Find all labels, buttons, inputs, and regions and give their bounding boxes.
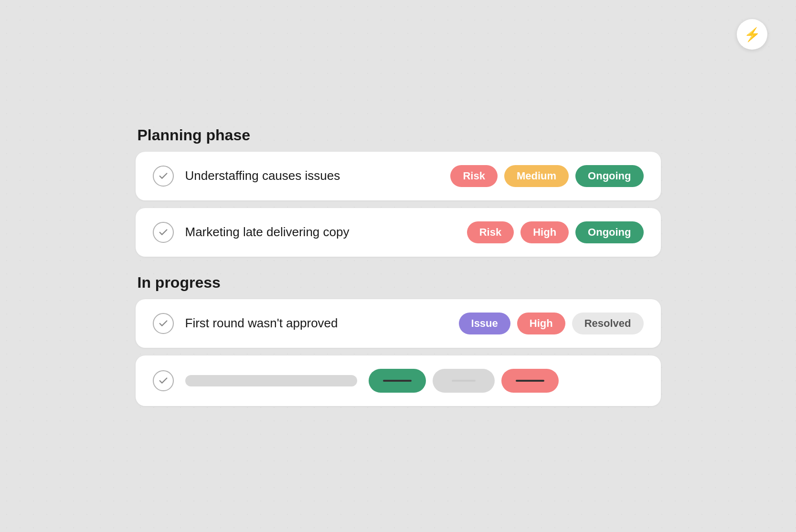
skeleton-text xyxy=(185,375,357,386)
card-first-round-tags: Issue High Resolved xyxy=(459,313,644,334)
lightning-button[interactable]: ⚡ xyxy=(737,19,767,50)
card-marketing-tags: Risk High Ongoing xyxy=(467,221,644,243)
planning-phase-section: Planning phase Understaffing causes issu… xyxy=(136,126,661,257)
skeleton-tags xyxy=(369,369,559,393)
skeleton-tag-light xyxy=(433,369,495,393)
card-understaffing-title: Understaffing causes issues xyxy=(185,168,439,183)
check-icon-marketing xyxy=(153,222,174,243)
tag-high-marketing[interactable]: High xyxy=(520,221,569,243)
tag-high-first-round[interactable]: High xyxy=(517,313,565,334)
tag-ongoing-understaffing[interactable]: Ongoing xyxy=(575,165,643,187)
skeleton-tag-green xyxy=(369,369,426,393)
tag-ongoing-marketing[interactable]: Ongoing xyxy=(575,221,643,243)
skeleton-line-red xyxy=(516,380,544,382)
check-icon-understaffing xyxy=(153,166,174,187)
main-content: Planning phase Understaffing causes issu… xyxy=(136,126,661,406)
in-progress-section: In progress First round wasn't approved … xyxy=(136,274,661,406)
check-icon-skeleton xyxy=(153,370,174,391)
tag-issue-first-round[interactable]: Issue xyxy=(459,313,510,334)
card-marketing-title: Marketing late delivering copy xyxy=(185,225,456,240)
tag-resolved-first-round[interactable]: Resolved xyxy=(572,313,644,334)
skeleton-line-green xyxy=(383,380,412,382)
planning-phase-title: Planning phase xyxy=(136,126,661,144)
in-progress-title: In progress xyxy=(136,274,661,292)
card-first-round-title: First round wasn't approved xyxy=(185,316,447,331)
card-first-round: First round wasn't approved Issue High R… xyxy=(136,299,661,348)
page-container: ⚡ Planning phase Understaffing causes is… xyxy=(0,0,796,532)
tag-risk-marketing[interactable]: Risk xyxy=(467,221,514,243)
tag-risk-understaffing[interactable]: Risk xyxy=(450,165,497,187)
tag-medium-understaffing[interactable]: Medium xyxy=(504,165,569,187)
skeleton-tag-red xyxy=(501,369,559,393)
skeleton-line-light xyxy=(452,380,476,382)
card-understaffing: Understaffing causes issues Risk Medium … xyxy=(136,152,661,200)
card-marketing: Marketing late delivering copy Risk High… xyxy=(136,208,661,257)
lightning-icon: ⚡ xyxy=(744,27,761,42)
card-skeleton xyxy=(136,355,661,406)
card-understaffing-tags: Risk Medium Ongoing xyxy=(450,165,643,187)
check-icon-first-round xyxy=(153,313,174,334)
